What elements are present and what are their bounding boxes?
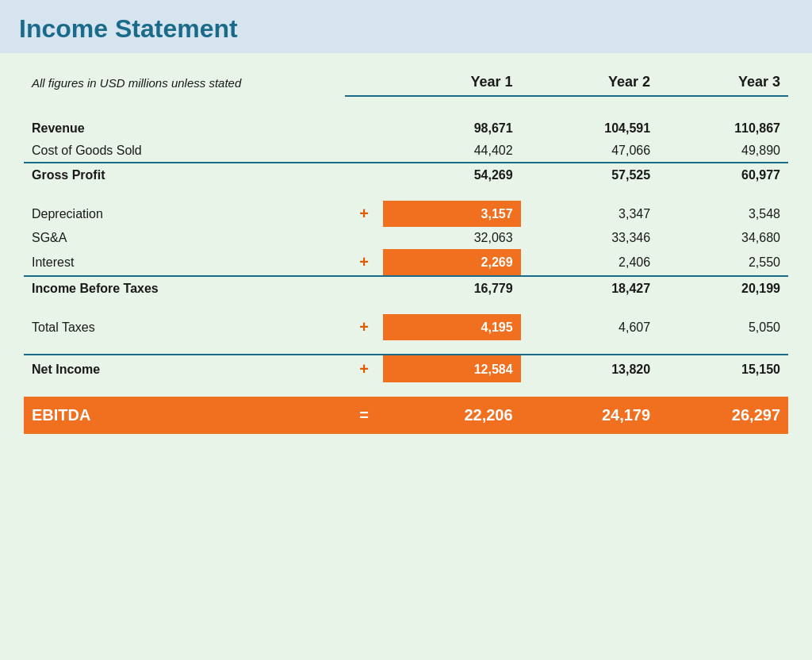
interest-y3: 2,550 (658, 249, 788, 276)
cogs-row: Cost of Goods Sold 44,402 47,066 49,890 (24, 140, 788, 163)
ebitda-y3: 26,297 (658, 397, 788, 434)
revenue-label: Revenue (24, 110, 345, 140)
spacer-row-4 (24, 340, 788, 355)
cogs-y2: 47,066 (521, 140, 659, 163)
income-before-taxes-y1: 16,779 (383, 276, 521, 300)
depreciation-row: Depreciation + 3,157 3,347 3,548 (24, 201, 788, 227)
table-header-row: All figures in USD millions unless state… (24, 69, 788, 96)
spacer-row-3 (24, 300, 788, 314)
income-before-taxes-label: Income Before Taxes (24, 276, 345, 300)
ebitda-label: EBITDA (24, 397, 345, 434)
ebitda-equals: = (345, 397, 383, 434)
gross-profit-row: Gross Profit 54,269 57,525 60,977 (24, 163, 788, 186)
sga-y2: 33,346 (521, 227, 659, 249)
interest-row: Interest + 2,269 2,406 2,550 (24, 249, 788, 276)
plus-header (345, 69, 383, 96)
income-statement-table: All figures in USD millions unless state… (24, 69, 788, 434)
depreciation-label: Depreciation (24, 201, 345, 227)
revenue-y2: 104,591 (521, 110, 659, 140)
depreciation-plus: + (345, 201, 383, 227)
cogs-label: Cost of Goods Sold (24, 140, 345, 163)
gross-profit-plus (345, 163, 383, 186)
net-income-y2: 13,820 (521, 355, 659, 382)
year2-header: Year 2 (521, 69, 659, 96)
cogs-y1: 44,402 (383, 140, 521, 163)
ebitda-row: EBITDA = 22,206 24,179 26,297 (24, 397, 788, 434)
total-taxes-y1: 4,195 (383, 314, 521, 340)
sga-plus (345, 227, 383, 249)
spacer-row-5 (24, 382, 788, 397)
income-before-taxes-y3: 20,199 (658, 276, 788, 300)
revenue-plus (345, 110, 383, 140)
ebitda-y1: 22,206 (383, 397, 521, 434)
gross-profit-y1: 54,269 (383, 163, 521, 186)
sga-row: SG&A 32,063 33,346 34,680 (24, 227, 788, 249)
revenue-y3: 110,867 (658, 110, 788, 140)
net-income-row: Net Income + 12,584 13,820 15,150 (24, 355, 788, 382)
sga-label: SG&A (24, 227, 345, 249)
total-taxes-y3: 5,050 (658, 314, 788, 340)
net-income-y3: 15,150 (658, 355, 788, 382)
page-header: Income Statement (0, 0, 812, 53)
net-income-plus: + (345, 355, 383, 382)
gross-profit-y2: 57,525 (521, 163, 659, 186)
depreciation-y3: 3,548 (658, 201, 788, 227)
total-taxes-y2: 4,607 (521, 314, 659, 340)
ebitda-y2: 24,179 (521, 397, 659, 434)
interest-plus: + (345, 249, 383, 276)
total-taxes-row: Total Taxes + 4,195 4,607 5,050 (24, 314, 788, 340)
gross-profit-y3: 60,977 (658, 163, 788, 186)
interest-y1: 2,269 (383, 249, 521, 276)
main-content: All figures in USD millions unless state… (0, 53, 812, 660)
net-income-y1: 12,584 (383, 355, 521, 382)
sga-y3: 34,680 (658, 227, 788, 249)
income-before-taxes-plus (345, 276, 383, 300)
year3-header: Year 3 (658, 69, 788, 96)
interest-y2: 2,406 (521, 249, 659, 276)
year1-header: Year 1 (383, 69, 521, 96)
page-title: Income Statement (19, 14, 793, 44)
depreciation-y2: 3,347 (521, 201, 659, 227)
total-taxes-label: Total Taxes (24, 314, 345, 340)
cogs-y3: 49,890 (658, 140, 788, 163)
total-taxes-plus: + (345, 314, 383, 340)
revenue-row: Revenue 98,671 104,591 110,867 (24, 110, 788, 140)
income-before-taxes-row: Income Before Taxes 16,779 18,427 20,199 (24, 276, 788, 300)
spacer-row-1 (24, 96, 788, 110)
revenue-y1: 98,671 (383, 110, 521, 140)
interest-label: Interest (24, 249, 345, 276)
spacer-row-2 (24, 186, 788, 201)
sga-y1: 32,063 (383, 227, 521, 249)
net-income-label: Net Income (24, 355, 345, 382)
subtitle-cell: All figures in USD millions unless state… (24, 69, 345, 96)
depreciation-y1: 3,157 (383, 201, 521, 227)
income-before-taxes-y2: 18,427 (521, 276, 659, 300)
gross-profit-label: Gross Profit (24, 163, 345, 186)
cogs-plus (345, 140, 383, 163)
